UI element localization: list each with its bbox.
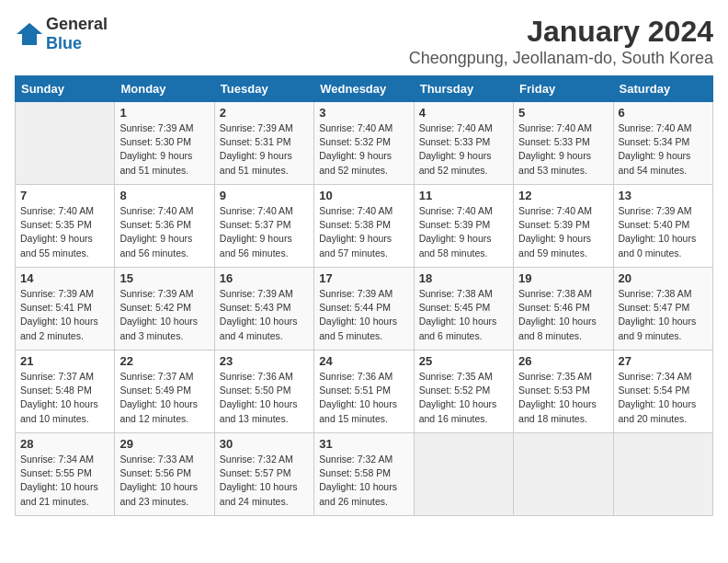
calendar-cell: 8Sunrise: 7:40 AM Sunset: 5:36 PM Daylig…	[115, 185, 214, 268]
day-info: Sunrise: 7:38 AM Sunset: 5:47 PM Dayligh…	[619, 287, 708, 343]
day-info: Sunrise: 7:40 AM Sunset: 5:33 PM Dayligh…	[518, 121, 608, 178]
day-number: 1	[119, 106, 209, 120]
calendar-cell: 3Sunrise: 7:40 AM Sunset: 5:32 PM Daylig…	[314, 102, 414, 185]
calendar-cell: 20Sunrise: 7:38 AM Sunset: 5:47 PM Dayli…	[613, 268, 712, 350]
calendar-cell: 5Sunrise: 7:40 AM Sunset: 5:33 PM Daylig…	[514, 102, 613, 185]
day-number: 28	[20, 437, 109, 451]
calendar-cell: 25Sunrise: 7:35 AM Sunset: 5:52 PM Dayli…	[414, 350, 513, 433]
day-number: 26	[518, 354, 608, 368]
calendar-cell: 14Sunrise: 7:39 AM Sunset: 5:41 PM Dayli…	[16, 268, 115, 350]
calendar-cell: 27Sunrise: 7:34 AM Sunset: 5:54 PM Dayli…	[613, 350, 712, 433]
day-number: 20	[619, 271, 708, 285]
calendar-body: 1Sunrise: 7:39 AM Sunset: 5:30 PM Daylig…	[16, 102, 713, 516]
calendar-cell	[514, 433, 613, 516]
day-info: Sunrise: 7:40 AM Sunset: 5:33 PM Dayligh…	[419, 121, 508, 178]
calendar-header: SundayMondayTuesdayWednesdayThursdayFrid…	[16, 76, 713, 102]
day-info: Sunrise: 7:39 AM Sunset: 5:44 PM Dayligh…	[319, 287, 408, 343]
day-info: Sunrise: 7:40 AM Sunset: 5:34 PM Dayligh…	[619, 121, 708, 178]
day-info: Sunrise: 7:32 AM Sunset: 5:57 PM Dayligh…	[220, 453, 309, 509]
day-info: Sunrise: 7:40 AM Sunset: 5:39 PM Dayligh…	[419, 204, 508, 260]
day-number: 16	[220, 271, 309, 285]
header-day-wednesday: Wednesday	[314, 76, 414, 102]
day-number: 21	[20, 354, 109, 368]
calendar-cell: 11Sunrise: 7:40 AM Sunset: 5:39 PM Dayli…	[414, 185, 513, 268]
day-info: Sunrise: 7:38 AM Sunset: 5:45 PM Dayligh…	[419, 287, 508, 343]
day-number: 14	[20, 271, 109, 285]
week-row-5: 28Sunrise: 7:34 AM Sunset: 5:55 PM Dayli…	[16, 433, 713, 516]
day-number: 12	[518, 189, 608, 202]
calendar-cell	[613, 433, 712, 516]
day-info: Sunrise: 7:40 AM Sunset: 5:37 PM Dayligh…	[220, 204, 309, 260]
calendar-cell: 21Sunrise: 7:37 AM Sunset: 5:48 PM Dayli…	[16, 350, 115, 433]
calendar-cell: 1Sunrise: 7:39 AM Sunset: 5:30 PM Daylig…	[115, 102, 214, 185]
logo-icon	[15, 21, 44, 47]
calendar-cell: 26Sunrise: 7:35 AM Sunset: 5:53 PM Dayli…	[514, 350, 613, 433]
day-number: 13	[619, 189, 708, 202]
calendar-cell: 30Sunrise: 7:32 AM Sunset: 5:57 PM Dayli…	[214, 433, 313, 516]
week-row-3: 14Sunrise: 7:39 AM Sunset: 5:41 PM Dayli…	[16, 268, 713, 350]
calendar-cell: 4Sunrise: 7:40 AM Sunset: 5:33 PM Daylig…	[414, 102, 513, 185]
calendar-title: January 2024	[409, 15, 713, 49]
day-number: 6	[619, 106, 708, 120]
calendar-cell: 16Sunrise: 7:39 AM Sunset: 5:43 PM Dayli…	[214, 268, 313, 350]
calendar-cell: 17Sunrise: 7:39 AM Sunset: 5:44 PM Dayli…	[314, 268, 414, 350]
day-info: Sunrise: 7:40 AM Sunset: 5:32 PM Dayligh…	[319, 121, 408, 178]
day-info: Sunrise: 7:40 AM Sunset: 5:39 PM Dayligh…	[518, 204, 608, 260]
calendar-cell: 12Sunrise: 7:40 AM Sunset: 5:39 PM Dayli…	[514, 185, 613, 268]
week-row-2: 7Sunrise: 7:40 AM Sunset: 5:35 PM Daylig…	[16, 185, 713, 268]
day-number: 17	[319, 271, 408, 285]
calendar-cell: 7Sunrise: 7:40 AM Sunset: 5:35 PM Daylig…	[16, 185, 115, 268]
day-info: Sunrise: 7:37 AM Sunset: 5:49 PM Dayligh…	[119, 370, 209, 426]
day-number: 5	[518, 106, 608, 120]
header-day-thursday: Thursday	[414, 76, 513, 102]
logo: General Blue	[15, 15, 108, 53]
day-info: Sunrise: 7:40 AM Sunset: 5:36 PM Dayligh…	[119, 204, 209, 260]
week-row-4: 21Sunrise: 7:37 AM Sunset: 5:48 PM Dayli…	[16, 350, 713, 433]
day-number: 30	[220, 437, 309, 451]
day-number: 18	[419, 271, 508, 285]
day-number: 9	[220, 189, 309, 202]
calendar-cell: 18Sunrise: 7:38 AM Sunset: 5:45 PM Dayli…	[414, 268, 513, 350]
day-number: 25	[419, 354, 508, 368]
header-day-saturday: Saturday	[613, 76, 712, 102]
title-block: January 2024 Cheongpung, Jeollanam-do, S…	[409, 15, 713, 68]
calendar-subtitle: Cheongpung, Jeollanam-do, South Korea	[409, 49, 713, 68]
header-row: SundayMondayTuesdayWednesdayThursdayFrid…	[16, 76, 713, 102]
logo-blue: Blue	[46, 34, 82, 52]
day-info: Sunrise: 7:32 AM Sunset: 5:58 PM Dayligh…	[319, 453, 408, 509]
day-number: 11	[419, 189, 508, 202]
day-info: Sunrise: 7:33 AM Sunset: 5:56 PM Dayligh…	[119, 453, 209, 509]
day-number: 8	[119, 189, 209, 202]
day-info: Sunrise: 7:34 AM Sunset: 5:55 PM Dayligh…	[20, 453, 109, 509]
day-info: Sunrise: 7:36 AM Sunset: 5:51 PM Dayligh…	[319, 370, 408, 426]
day-number: 15	[119, 271, 209, 285]
header-day-tuesday: Tuesday	[214, 76, 313, 102]
page-header: General Blue January 2024 Cheongpung, Je…	[15, 15, 713, 68]
day-info: Sunrise: 7:40 AM Sunset: 5:38 PM Dayligh…	[319, 204, 408, 260]
day-number: 7	[20, 189, 109, 202]
calendar-cell: 29Sunrise: 7:33 AM Sunset: 5:56 PM Dayli…	[115, 433, 214, 516]
day-number: 2	[220, 106, 309, 120]
day-info: Sunrise: 7:39 AM Sunset: 5:40 PM Dayligh…	[619, 204, 708, 260]
calendar-cell: 24Sunrise: 7:36 AM Sunset: 5:51 PM Dayli…	[314, 350, 414, 433]
calendar-cell: 19Sunrise: 7:38 AM Sunset: 5:46 PM Dayli…	[514, 268, 613, 350]
calendar-cell: 10Sunrise: 7:40 AM Sunset: 5:38 PM Dayli…	[314, 185, 414, 268]
day-info: Sunrise: 7:34 AM Sunset: 5:54 PM Dayligh…	[619, 370, 708, 426]
day-number: 23	[220, 354, 309, 368]
day-info: Sunrise: 7:39 AM Sunset: 5:30 PM Dayligh…	[119, 121, 209, 178]
logo-general: General	[46, 15, 108, 33]
day-info: Sunrise: 7:39 AM Sunset: 5:41 PM Dayligh…	[20, 287, 109, 343]
calendar-cell: 6Sunrise: 7:40 AM Sunset: 5:34 PM Daylig…	[613, 102, 712, 185]
week-row-1: 1Sunrise: 7:39 AM Sunset: 5:30 PM Daylig…	[16, 102, 713, 185]
day-info: Sunrise: 7:40 AM Sunset: 5:35 PM Dayligh…	[20, 204, 109, 260]
day-number: 19	[518, 271, 608, 285]
calendar-cell: 22Sunrise: 7:37 AM Sunset: 5:49 PM Dayli…	[115, 350, 214, 433]
header-day-monday: Monday	[115, 76, 214, 102]
calendar-table: SundayMondayTuesdayWednesdayThursdayFrid…	[15, 75, 713, 516]
calendar-cell: 2Sunrise: 7:39 AM Sunset: 5:31 PM Daylig…	[214, 102, 313, 185]
day-info: Sunrise: 7:37 AM Sunset: 5:48 PM Dayligh…	[20, 370, 109, 426]
day-info: Sunrise: 7:39 AM Sunset: 5:42 PM Dayligh…	[119, 287, 209, 343]
header-day-friday: Friday	[514, 76, 613, 102]
calendar-cell	[414, 433, 513, 516]
calendar-cell: 13Sunrise: 7:39 AM Sunset: 5:40 PM Dayli…	[613, 185, 712, 268]
